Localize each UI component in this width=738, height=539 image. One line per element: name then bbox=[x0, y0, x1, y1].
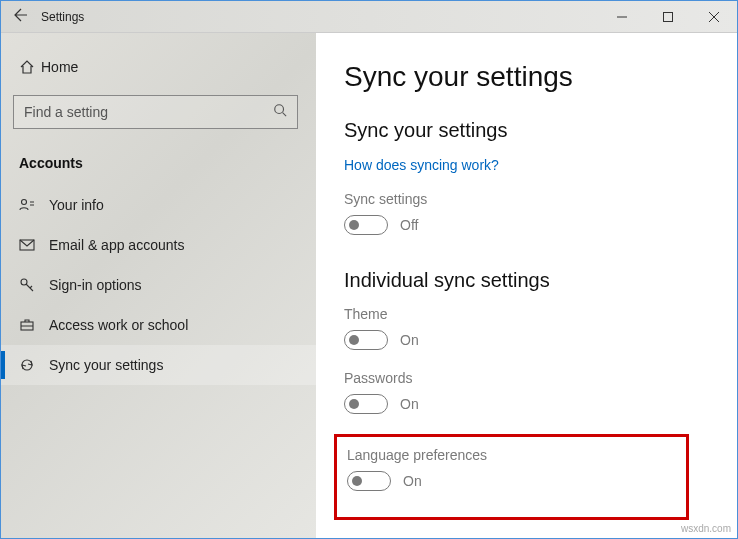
content-pane: Sync your settings Sync your settings Ho… bbox=[316, 33, 737, 538]
section-heading-sync: Sync your settings bbox=[344, 119, 709, 142]
svg-rect-1 bbox=[664, 12, 673, 21]
sync-settings-toggle-row: Off bbox=[344, 215, 709, 235]
watermark: wsxdn.com bbox=[681, 523, 731, 534]
sidebar-item-label: Sign-in options bbox=[49, 277, 142, 293]
sidebar-item-label: Email & app accounts bbox=[49, 237, 184, 253]
language-label: Language preferences bbox=[347, 447, 676, 463]
person-icon bbox=[19, 197, 49, 213]
passwords-toggle[interactable] bbox=[344, 394, 388, 414]
passwords-label: Passwords bbox=[344, 370, 709, 386]
language-state: On bbox=[403, 473, 422, 489]
sync-icon bbox=[19, 357, 49, 373]
section-heading-individual: Individual sync settings bbox=[344, 269, 709, 292]
svg-line-11 bbox=[26, 284, 33, 291]
back-button[interactable] bbox=[1, 7, 41, 27]
svg-point-6 bbox=[22, 200, 27, 205]
sidebar-item-label: Access work or school bbox=[49, 317, 188, 333]
sidebar-item-work-school[interactable]: Access work or school bbox=[1, 305, 316, 345]
language-toggle[interactable] bbox=[347, 471, 391, 491]
home-nav[interactable]: Home bbox=[1, 51, 316, 83]
passwords-state: On bbox=[400, 396, 419, 412]
sidebar-item-email[interactable]: Email & app accounts bbox=[1, 225, 316, 265]
back-arrow-icon bbox=[13, 7, 29, 23]
window-title: Settings bbox=[41, 10, 84, 24]
theme-toggle[interactable] bbox=[344, 330, 388, 350]
sidebar-item-your-info[interactable]: Your info bbox=[1, 185, 316, 225]
help-link[interactable]: How does syncing work? bbox=[344, 157, 499, 173]
minimize-button[interactable] bbox=[599, 1, 645, 33]
sync-settings-label: Sync settings bbox=[344, 191, 709, 207]
sidebar-section-heading: Accounts bbox=[1, 147, 316, 185]
search-box[interactable] bbox=[13, 95, 298, 129]
minimize-icon bbox=[617, 12, 627, 22]
key-icon bbox=[19, 277, 49, 293]
page-title: Sync your settings bbox=[344, 61, 709, 93]
maximize-button[interactable] bbox=[645, 1, 691, 33]
titlebar: Settings bbox=[1, 1, 737, 33]
sidebar-item-label: Sync your settings bbox=[49, 357, 163, 373]
mail-icon bbox=[19, 237, 49, 253]
close-icon bbox=[709, 12, 719, 22]
sidebar: Home Accounts Your info Email & app bbox=[1, 33, 316, 538]
home-icon bbox=[19, 59, 41, 75]
home-label: Home bbox=[41, 59, 78, 75]
passwords-toggle-row: On bbox=[344, 394, 709, 414]
svg-point-4 bbox=[275, 105, 284, 114]
theme-label: Theme bbox=[344, 306, 709, 322]
theme-state: On bbox=[400, 332, 419, 348]
theme-toggle-row: On bbox=[344, 330, 709, 350]
sync-settings-toggle[interactable] bbox=[344, 215, 388, 235]
settings-window: Settings Home Account bbox=[0, 0, 738, 539]
close-button[interactable] bbox=[691, 1, 737, 33]
highlight-annotation: Language preferences On bbox=[334, 434, 689, 520]
language-toggle-row: On bbox=[347, 471, 676, 491]
sidebar-item-signin[interactable]: Sign-in options bbox=[1, 265, 316, 305]
sidebar-item-label: Your info bbox=[49, 197, 104, 213]
search-input[interactable] bbox=[24, 104, 273, 120]
sync-settings-state: Off bbox=[400, 217, 418, 233]
maximize-icon bbox=[663, 12, 673, 22]
svg-line-12 bbox=[30, 286, 32, 288]
briefcase-icon bbox=[19, 317, 49, 333]
svg-line-5 bbox=[283, 113, 287, 117]
sidebar-item-sync[interactable]: Sync your settings bbox=[1, 345, 316, 385]
search-icon bbox=[273, 103, 287, 121]
